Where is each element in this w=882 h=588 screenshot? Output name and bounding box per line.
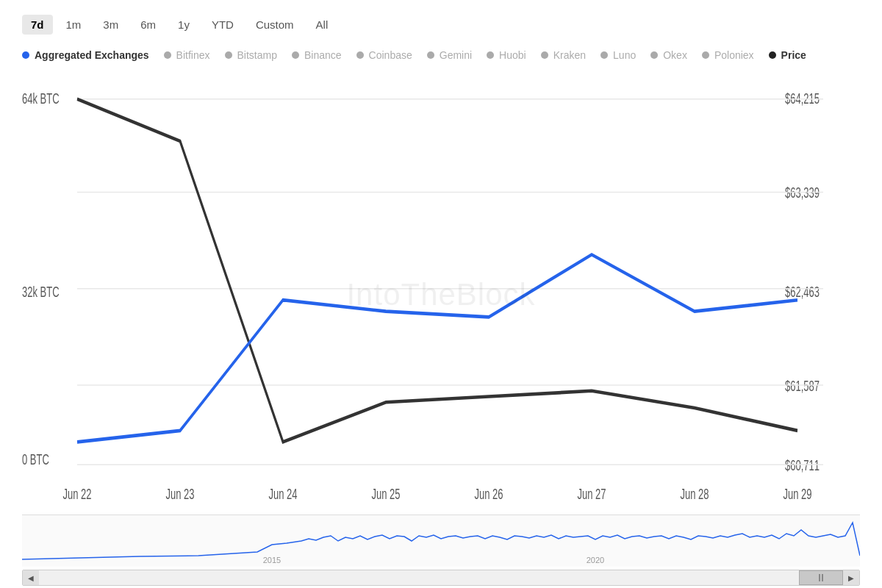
svg-text:$60,711: $60,711 [785, 457, 820, 474]
time-btn-6m[interactable]: 6m [132, 15, 165, 35]
legend-label: Bitfinex [176, 49, 210, 61]
legend-label: Coinbase [369, 49, 412, 61]
navigator-wrapper: 2015 2020 ◀ ▶ [22, 514, 860, 581]
svg-rect-21 [22, 515, 860, 567]
legend-dot [427, 51, 434, 59]
time-btn-7d[interactable]: 7d [22, 15, 53, 35]
legend-dot [292, 51, 299, 59]
price-line [77, 99, 797, 442]
svg-text:Jun 29: Jun 29 [783, 486, 811, 503]
main-chart-svg: 64k BTC 32k BTC 0 BTC $64,215 $63,339 $6… [22, 79, 860, 510]
legend-label: Price [781, 49, 806, 61]
legend-dot [22, 51, 29, 59]
legend-item-binance[interactable]: Binance [292, 49, 342, 61]
main-container: 7d1m3m6m1yYTDCustomAll Aggregated Exchan… [0, 0, 882, 588]
legend-dot [356, 51, 364, 59]
svg-text:Jun 26: Jun 26 [474, 486, 503, 503]
svg-text:0 BTC: 0 BTC [22, 451, 49, 468]
svg-text:2015: 2015 [263, 556, 281, 564]
svg-text:2020: 2020 [587, 556, 604, 564]
time-btn-custom[interactable]: Custom [247, 15, 303, 35]
legend-item-aggregated-exchanges[interactable]: Aggregated Exchanges [22, 49, 149, 61]
time-btn-all[interactable]: All [307, 15, 337, 35]
scroll-track [39, 570, 843, 585]
legend-item-gemini[interactable]: Gemini [427, 49, 472, 61]
svg-text:Jun 28: Jun 28 [680, 486, 709, 503]
legend-item-bitstamp[interactable]: Bitstamp [225, 49, 277, 61]
svg-text:Jun 25: Jun 25 [371, 486, 400, 503]
main-chart-wrapper: IntoTheBlock 64k BTC 32k BTC 0 BTC $64,2… [22, 79, 860, 510]
scroll-right-button[interactable]: ▶ [843, 570, 859, 586]
legend-item-poloniex[interactable]: Poloniex [702, 49, 754, 61]
legend-label: Gemini [440, 49, 472, 61]
scroll-thumb-handle [819, 574, 823, 581]
navigator-svg: 2015 2020 [22, 515, 860, 567]
legend-label: Luno [613, 49, 636, 61]
legend-item-okex[interactable]: Okex [650, 49, 687, 61]
legend-label: Bitstamp [237, 49, 277, 61]
svg-text:64k BTC: 64k BTC [22, 90, 60, 107]
chart-section: IntoTheBlock 64k BTC 32k BTC 0 BTC $64,2… [22, 79, 860, 581]
time-btn-1y[interactable]: 1y [169, 15, 198, 35]
svg-text:Jun 23: Jun 23 [165, 486, 194, 503]
time-btn-ytd[interactable]: YTD [203, 15, 243, 35]
legend-dot [769, 51, 776, 59]
scrollbar[interactable]: ◀ ▶ [22, 570, 860, 586]
time-range-selector: 7d1m3m6m1yYTDCustomAll [22, 15, 860, 35]
legend-label: Aggregated Exchanges [35, 49, 149, 61]
legend-dot [225, 51, 232, 59]
legend-dot [164, 51, 171, 59]
time-btn-1m[interactable]: 1m [57, 15, 90, 35]
svg-text:$63,339: $63,339 [785, 184, 820, 201]
svg-text:$62,463: $62,463 [785, 284, 820, 301]
svg-text:Jun 27: Jun 27 [577, 486, 606, 503]
legend-label: Poloniex [714, 49, 754, 61]
scroll-thumb[interactable] [799, 570, 843, 585]
legend-item-luno[interactable]: Luno [600, 49, 636, 61]
scroll-left-button[interactable]: ◀ [23, 570, 39, 586]
legend-label: Huobi [499, 49, 526, 61]
chart-legend: Aggregated ExchangesBitfinexBitstampBina… [22, 49, 860, 61]
svg-text:$61,587: $61,587 [785, 378, 820, 395]
legend-dot [702, 51, 709, 59]
svg-text:Jun 22: Jun 22 [62, 486, 91, 503]
svg-text:32k BTC: 32k BTC [22, 284, 60, 301]
svg-text:Jun 24: Jun 24 [268, 486, 297, 503]
legend-item-coinbase[interactable]: Coinbase [356, 49, 412, 61]
time-btn-3m[interactable]: 3m [94, 15, 127, 35]
aggregated-exchanges-line [77, 254, 797, 442]
legend-item-kraken[interactable]: Kraken [541, 49, 586, 61]
legend-dot [541, 51, 548, 59]
legend-dot [487, 51, 494, 59]
legend-dot [650, 51, 658, 59]
legend-label: Binance [304, 49, 342, 61]
legend-dot [600, 51, 608, 59]
legend-label: Kraken [553, 49, 586, 61]
legend-item-price[interactable]: Price [769, 49, 806, 61]
legend-label: Okex [663, 49, 687, 61]
legend-item-huobi[interactable]: Huobi [487, 49, 526, 61]
legend-item-bitfinex[interactable]: Bitfinex [164, 49, 210, 61]
